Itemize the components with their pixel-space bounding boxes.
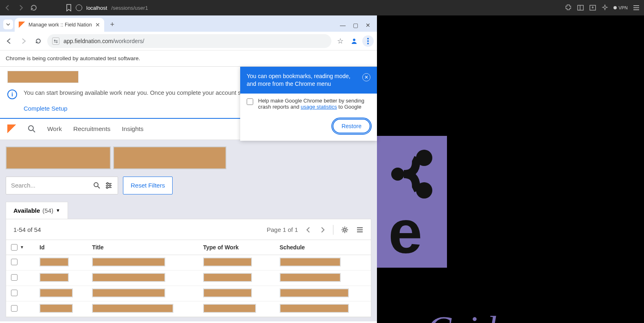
tab-available-label: Available — [13, 207, 40, 214]
gear-icon[interactable] — [341, 226, 349, 234]
site-settings-icon[interactable]: ⇆ — [52, 37, 59, 45]
chrome-menu-callout: You can open bookmarks, reading mode, an… — [240, 67, 377, 141]
row-checkbox[interactable] — [11, 274, 18, 281]
filter-tune-icon[interactable] — [105, 181, 113, 190]
usage-statistics-link[interactable]: usage statistics — [301, 104, 337, 110]
nav-insights[interactable]: Insights — [122, 125, 143, 133]
redacted-block — [6, 146, 111, 169]
complete-setup-link[interactable]: Complete Setup — [24, 105, 68, 112]
info-icon: i — [7, 89, 17, 99]
reset-filters-button[interactable]: Reset Filters — [123, 177, 173, 194]
svg-point-7 — [367, 38, 369, 39]
crash-reports-checkbox[interactable] — [247, 98, 253, 105]
data-panel: 1-54 of 54 Page 1 of 1 ▼ Id — [6, 219, 371, 317]
app-logo-icon[interactable] — [7, 124, 16, 133]
outer-url-path: /sessions/user1 — [111, 5, 148, 11]
nav-reload-icon[interactable] — [33, 35, 44, 47]
redacted-cell — [39, 304, 73, 313]
redacted-cell — [280, 258, 341, 266]
tab-available[interactable]: Available (54) ▼ — [6, 202, 68, 219]
omnibox[interactable]: ⇆ app.fieldnation.com/workorders/ — [47, 34, 331, 48]
new-tab-button[interactable]: + — [107, 19, 118, 30]
bookmark-star-icon[interactable]: ☆ — [335, 35, 346, 47]
address-bar-row: ⇆ app.fieldnation.com/workorders/ ☆ — [0, 32, 377, 50]
reload-icon[interactable] — [30, 4, 37, 11]
callout-close-icon[interactable]: ✕ — [362, 73, 370, 81]
row-checkbox[interactable] — [11, 290, 18, 296]
profile-icon[interactable] — [348, 35, 360, 47]
svg-point-16 — [106, 187, 108, 188]
table-row[interactable] — [6, 286, 371, 301]
install-icon[interactable] — [589, 4, 596, 11]
redacted-cell — [203, 258, 252, 266]
url-path: /workorders/ — [113, 38, 144, 44]
svg-point-3 — [391, 168, 404, 181]
col-title[interactable]: Title — [87, 240, 198, 255]
grid-text: ım Grid — [381, 308, 496, 323]
redacted-cell — [203, 304, 256, 313]
svg-point-15 — [109, 185, 111, 186]
redacted-cell — [92, 273, 165, 282]
col-schedule[interactable]: Schedule — [275, 240, 371, 255]
nav-search-icon[interactable] — [28, 125, 36, 133]
back-icon[interactable] — [4, 4, 11, 11]
search-icon[interactable] — [93, 182, 101, 189]
redacted-cell — [280, 304, 349, 313]
tab-search-button[interactable] — [3, 20, 13, 29]
browser-tab[interactable]: Manage work :: Field Nation ✕ — [15, 18, 104, 32]
svg-point-9 — [367, 43, 369, 44]
redacted-cell — [280, 273, 341, 282]
content-body: Search... Reset Filters Available (54) ▼… — [0, 140, 377, 321]
search-input[interactable]: Search... — [6, 177, 118, 194]
panel-icon[interactable] — [577, 4, 584, 11]
hamburger-icon[interactable] — [633, 4, 640, 11]
bookmark-outline-icon[interactable] — [66, 4, 72, 11]
minimize-icon[interactable]: — — [340, 22, 346, 28]
redacted-cell — [39, 273, 69, 282]
svg-point-17 — [344, 229, 346, 231]
chevron-down-icon[interactable]: ▼ — [20, 245, 24, 249]
tab-favicon-icon — [19, 22, 25, 28]
redacted-cell — [39, 288, 73, 297]
svg-point-6 — [353, 39, 355, 41]
svg-point-12 — [94, 183, 98, 187]
tab-close-icon[interactable]: ✕ — [95, 22, 100, 28]
select-all-checkbox[interactable] — [11, 244, 18, 251]
redacted-cell — [92, 288, 165, 297]
automation-notice-text: Chrome is being controlled by automated … — [6, 55, 140, 61]
range-text: 1-54 of 54 — [13, 226, 41, 233]
page-next-icon[interactable] — [319, 227, 326, 233]
kebab-menu-icon[interactable] — [362, 35, 374, 47]
svg-point-14 — [107, 183, 108, 184]
callout-message: You can open bookmarks, reading mode, an… — [247, 72, 357, 88]
extensions-icon[interactable] — [565, 4, 572, 11]
redacted-block — [113, 146, 226, 169]
columns-icon[interactable] — [356, 226, 364, 234]
window-close-icon[interactable]: ✕ — [366, 22, 370, 28]
sparkle-icon[interactable] — [601, 4, 609, 11]
restore-button[interactable]: Restore — [333, 119, 370, 133]
nav-work[interactable]: Work — [47, 125, 62, 133]
row-checkbox[interactable] — [11, 305, 18, 312]
nav-recruitments[interactable]: Recruitments — [73, 125, 110, 133]
vpn-badge[interactable]: VPN — [613, 5, 628, 10]
redacted-cell — [39, 258, 69, 266]
chrome-window: Manage work :: Field Nation ✕ + — ▢ ✕ ⇆ … — [0, 15, 377, 323]
table-row[interactable] — [6, 270, 371, 286]
table-row[interactable] — [6, 255, 371, 270]
col-type[interactable]: Type of Work — [198, 240, 275, 255]
maximize-icon[interactable]: ▢ — [353, 22, 358, 28]
globe-icon — [76, 4, 82, 11]
selenium-background: e ım Grid — [377, 15, 644, 323]
col-id[interactable]: Id — [35, 240, 87, 255]
row-checkbox[interactable] — [11, 259, 18, 265]
tab-strip: Manage work :: Field Nation ✕ + — ▢ ✕ — [0, 15, 377, 32]
table-row[interactable] — [6, 301, 371, 316]
forward-icon[interactable] — [17, 4, 24, 11]
redacted-cell — [280, 288, 349, 297]
svg-line-13 — [98, 186, 100, 188]
tab-available-count: (54) — [42, 207, 53, 214]
page-prev-icon[interactable] — [305, 227, 312, 233]
nav-back-icon[interactable] — [3, 35, 15, 47]
redacted-block — [7, 71, 79, 83]
